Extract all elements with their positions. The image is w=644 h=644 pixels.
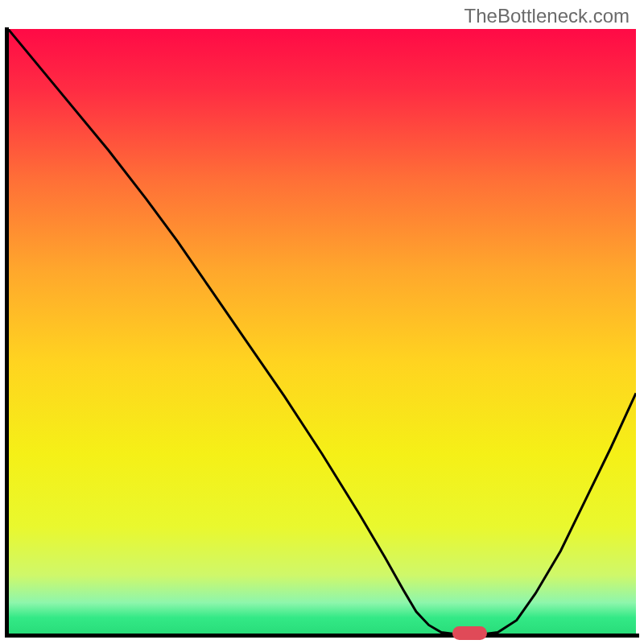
gradient-background	[8, 29, 636, 636]
y-axis	[5, 27, 9, 638]
optimal-marker	[452, 626, 487, 640]
chart-frame	[8, 29, 636, 636]
watermark-text: TheBottleneck.com	[464, 5, 630, 27]
plot-svg	[8, 29, 636, 636]
x-axis	[5, 634, 639, 638]
